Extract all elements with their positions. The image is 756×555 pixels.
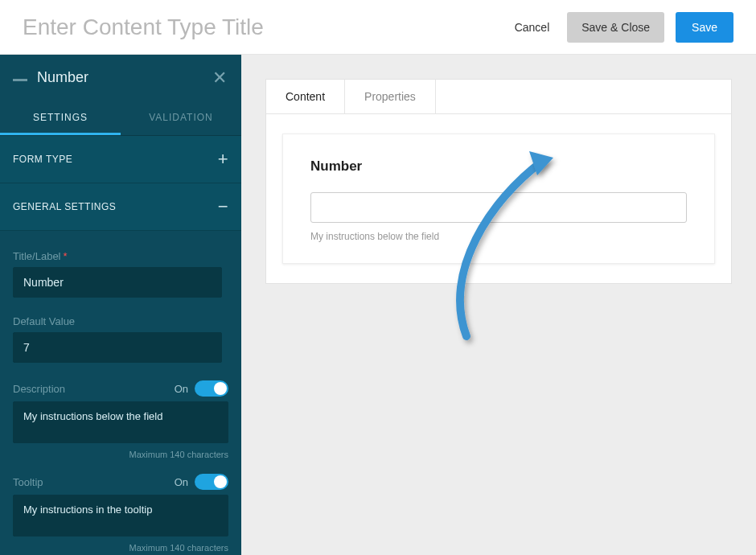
section-form-type-label: FORM TYPE: [13, 154, 72, 165]
preview-field-title: Number: [310, 158, 687, 175]
title-label-input[interactable]: [13, 267, 222, 298]
preview-area: Content Properties Number My instruction…: [241, 55, 756, 555]
sidebar-title: Number: [37, 69, 88, 86]
tooltip-toggle[interactable]: [195, 474, 228, 490]
tooltip-textarea[interactable]: [13, 495, 228, 536]
content-type-title[interactable]: Enter Content Type Title: [23, 14, 264, 40]
description-toggle-text: On: [175, 383, 188, 395]
tab-settings[interactable]: SETTINGS: [0, 101, 121, 135]
sidebar-header: Number ✕: [0, 55, 241, 101]
description-row: Description On: [13, 380, 228, 397]
plus-icon: +: [218, 149, 228, 170]
section-general-settings[interactable]: GENERAL SETTINGS −: [0, 183, 241, 231]
save-close-button[interactable]: Save & Close: [567, 12, 664, 43]
header-bar: Enter Content Type Title Cancel Save & C…: [0, 0, 756, 55]
close-icon[interactable]: ✕: [212, 68, 227, 88]
tooltip-label: Tooltip: [13, 476, 43, 488]
svg-rect-0: [13, 79, 27, 81]
tab-content[interactable]: Content: [266, 80, 345, 113]
title-label-label: Title/Label*: [13, 250, 228, 262]
tooltip-toggle-text: On: [175, 476, 188, 488]
preview-field: Number My instructions below the field: [282, 134, 715, 264]
section-form-type[interactable]: FORM TYPE +: [0, 136, 241, 183]
tooltip-hint: Maximum 140 characters: [13, 543, 228, 553]
save-button[interactable]: Save: [676, 12, 733, 43]
preview-tabs: Content Properties: [266, 80, 731, 114]
description-toggle[interactable]: [195, 380, 228, 397]
sidebar-tabs: SETTINGS VALIDATION: [0, 101, 241, 136]
general-settings-body: Title/Label* Default Value Description O…: [0, 231, 241, 555]
preview-number-input[interactable]: [310, 192, 687, 223]
tooltip-row: Tooltip On: [13, 474, 228, 490]
description-label: Description: [13, 383, 65, 395]
settings-sidebar: Number ✕ SETTINGS VALIDATION FORM TYPE +…: [0, 55, 241, 555]
minus-icon: −: [218, 196, 228, 217]
collapse-icon[interactable]: [13, 71, 27, 85]
header-actions: Cancel Save & Close Save: [508, 12, 733, 43]
description-textarea[interactable]: [13, 401, 228, 443]
default-value-label: Default Value: [13, 315, 228, 327]
main-area: Number ✕ SETTINGS VALIDATION FORM TYPE +…: [0, 55, 756, 555]
section-general-label: GENERAL SETTINGS: [13, 201, 116, 212]
tab-validation[interactable]: VALIDATION: [121, 101, 241, 135]
preview-field-desc: My instructions below the field: [310, 231, 687, 242]
cancel-button[interactable]: Cancel: [508, 13, 557, 42]
tab-properties[interactable]: Properties: [345, 80, 436, 113]
preview-card: Content Properties Number My instruction…: [265, 79, 732, 284]
description-hint: Maximum 140 characters: [13, 450, 228, 459]
default-value-input[interactable]: [13, 332, 222, 363]
